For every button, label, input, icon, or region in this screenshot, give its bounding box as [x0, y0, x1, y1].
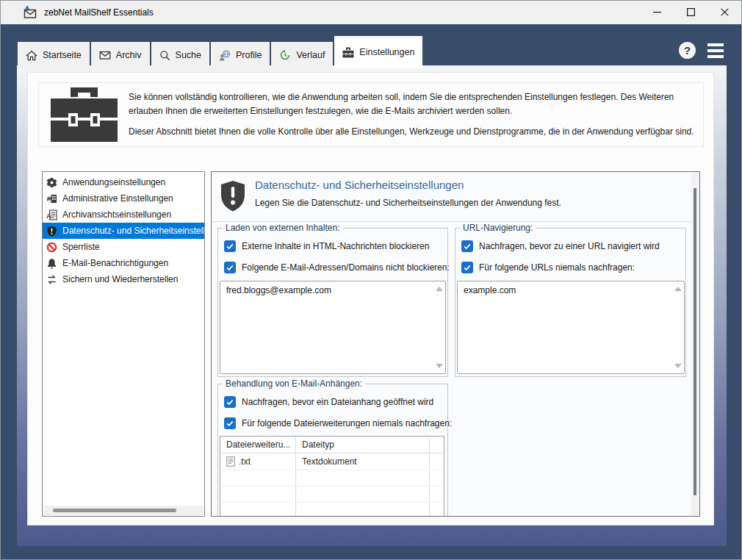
minimize-icon [653, 8, 661, 16]
panel-header: Datenschutz- und Sicherheitseinstellunge… [212, 172, 699, 222]
sidebar-horizontal-scrollbar[interactable] [43, 506, 203, 515]
cell-extension: .txt [239, 456, 251, 467]
column-header-filetype[interactable]: Dateityp [296, 437, 430, 453]
tab-label: Startseite [43, 50, 82, 60]
table-header-row: Dateierweiteru... Dateityp [220, 437, 444, 453]
minimize-button[interactable] [640, 1, 674, 24]
checkbox-row-never-ask-extensions[interactable]: Für folgende Dateierweiterungen niemals … [224, 417, 452, 429]
list-item[interactable]: fred.bloggs@example.com [220, 281, 445, 299]
tab-archiv[interactable]: Archiv [91, 42, 150, 68]
checkbox-row-block-external[interactable]: Externe Inhalte in HTML-Nachrichten bloc… [224, 240, 429, 252]
cell-filetype: Textdokument [302, 456, 357, 467]
sync-arrows-icon [46, 274, 57, 285]
shield-exclamation-icon-large [220, 180, 246, 212]
tab-label: Verlauf [296, 50, 325, 60]
close-icon [721, 8, 729, 16]
scrollbar-thumb[interactable] [53, 509, 176, 512]
column-header-extension[interactable]: Dateierweiteru... [220, 437, 296, 453]
table-empty-row [220, 487, 444, 503]
checkbox-row-ask-before-url[interactable]: Nachfragen, bevor zu einer URL navigiert… [461, 240, 660, 252]
tab-label: Einstellungen [359, 47, 414, 57]
checkbox-label: Externe Inhalte in HTML-Nachrichten bloc… [242, 241, 429, 251]
text-file-icon [226, 456, 235, 467]
sidebar-item-label: E-Mail-Benachrichtigungen [62, 258, 168, 268]
sidebar-item-archivansichtseinstellungen[interactable]: A Archivansichtseinstellungen [43, 207, 204, 223]
table-empty-row [220, 503, 444, 517]
checkbox-label: Für folgende Dateierweiterungen niemals … [242, 418, 452, 428]
archive-view-icon: A [46, 209, 57, 220]
tab-verlauf[interactable]: Verlauf [271, 42, 333, 68]
checkbox-checked-icon[interactable] [224, 262, 236, 273]
checkbox-label: Folgende E-Mail-Adressen/Domains nicht b… [242, 262, 450, 273]
sidebar-item-label: Datenschutz- und Sicherheitseinstellunge… [62, 226, 205, 236]
panel-title: Datenschutz- und Sicherheitseinstellunge… [255, 179, 464, 191]
tab-suche[interactable]: Suche [151, 42, 209, 68]
list-item[interactable]: example.com [458, 281, 684, 299]
group-title: Laden von externen Inhalten: [223, 223, 342, 233]
sidebar-item-label: Administrative Einstellungen [62, 193, 173, 204]
checkbox-row-ask-before-attachment[interactable]: Nachfragen, bevor ein Dateianhang geöffn… [224, 396, 433, 408]
privacy-settings-panel: Datenschutz- und Sicherheitseinstellunge… [211, 171, 700, 517]
app-mail-icon [23, 6, 37, 19]
window-title: zebNet MailShelf Essentials [44, 7, 154, 18]
allowed-domains-listbox[interactable]: fred.bloggs@example.com [220, 281, 446, 374]
tab-label: Suche [176, 50, 201, 60]
checkbox-row-never-ask-urls[interactable]: Für folgende URLs niemals nachfragen: [461, 262, 635, 273]
shield-exclamation-icon [46, 226, 57, 237]
checkbox-checked-icon[interactable] [224, 417, 236, 429]
gear-icon [46, 177, 57, 188]
tab-einstellungen[interactable]: Einstellungen [334, 36, 422, 68]
checkbox-label: Nachfragen, bevor zu einer URL navigiert… [479, 241, 660, 251]
group-url-navigation: URL-Navigierung: Nachfragen, bevor zu ei… [455, 228, 686, 377]
scroll-down-icon[interactable] [674, 364, 682, 368]
checkbox-row-allow-domains[interactable]: Folgende E-Mail-Adressen/Domains nicht b… [224, 262, 450, 273]
help-button[interactable]: ? [679, 42, 696, 59]
caption-buttons [640, 1, 741, 24]
blocklist-icon [46, 242, 57, 253]
checkbox-checked-icon[interactable] [461, 240, 473, 252]
menu-button[interactable] [707, 43, 724, 58]
panel-vertical-scrollbar[interactable] [691, 173, 699, 515]
toolbox-icon [342, 47, 354, 58]
hamburger-icon [707, 43, 724, 46]
sidebar-item-label: Sperrliste [62, 242, 100, 252]
listbox-scrollbar[interactable] [672, 282, 683, 373]
tab-label: Archiv [116, 50, 142, 60]
home-icon [26, 50, 37, 61]
checkbox-checked-icon[interactable] [461, 262, 473, 273]
sidebar-item-datenschutz-sicherheit[interactable]: Datenschutz- und Sicherheitseinstellunge… [43, 223, 204, 239]
maximize-icon [687, 8, 695, 16]
checkbox-checked-icon[interactable] [224, 396, 236, 408]
scroll-up-icon[interactable] [674, 287, 682, 291]
sidebar-item-sperrliste[interactable]: Sperrliste [43, 239, 204, 255]
scroll-up-icon[interactable] [436, 287, 443, 291]
content-panel: Sie können vollständig kontrollieren, wi… [27, 72, 714, 525]
tab-startseite[interactable]: Startseite [18, 42, 90, 68]
sidebar-item-email-benachrichtigungen[interactable]: E-Mail-Benachrichtigungen [43, 255, 204, 271]
sidebar-item-administrative-einstellungen[interactable]: Administrative Einstellungen [43, 190, 204, 207]
group-title: URL-Navigierung: [460, 223, 536, 233]
column-header-empty [430, 437, 444, 453]
sidebar-item-sichern-wiederherstellen[interactable]: Sichern und Wiederherstellen [43, 271, 204, 287]
checkbox-label: Nachfragen, bevor ein Dateianhang geöffn… [242, 397, 433, 407]
settings-category-list: Anwendungseinstellungen Administrative E… [42, 171, 205, 517]
svg-text:A: A [46, 212, 51, 219]
listbox-scrollbar[interactable] [433, 282, 444, 373]
app-window: zebNet MailShelf Essentials Startseite [0, 0, 742, 560]
intro-box: Sie können vollständig kontrollieren, wi… [38, 82, 704, 147]
group-title: Behandlung von E-Mail-Anhängen: [223, 378, 365, 389]
maximize-button[interactable] [674, 1, 707, 24]
table-empty-row [220, 470, 444, 487]
trusted-urls-listbox[interactable]: example.com [457, 281, 685, 374]
scroll-down-icon[interactable] [436, 364, 443, 368]
checkbox-checked-icon[interactable] [224, 240, 236, 252]
envelope-icon [99, 50, 111, 60]
search-icon [159, 50, 170, 61]
scrollbar-thumb[interactable] [694, 188, 696, 495]
sidebar-item-anwendungseinstellungen[interactable]: Anwendungseinstellungen [43, 174, 204, 190]
topbar-actions: ? [679, 42, 724, 59]
table-row[interactable]: .txt Textdokument [220, 453, 444, 470]
tab-profile[interactable]: Profile [211, 42, 270, 68]
close-button[interactable] [707, 1, 741, 24]
intro-text: Sie können vollständig kontrollieren, wi… [129, 90, 703, 139]
